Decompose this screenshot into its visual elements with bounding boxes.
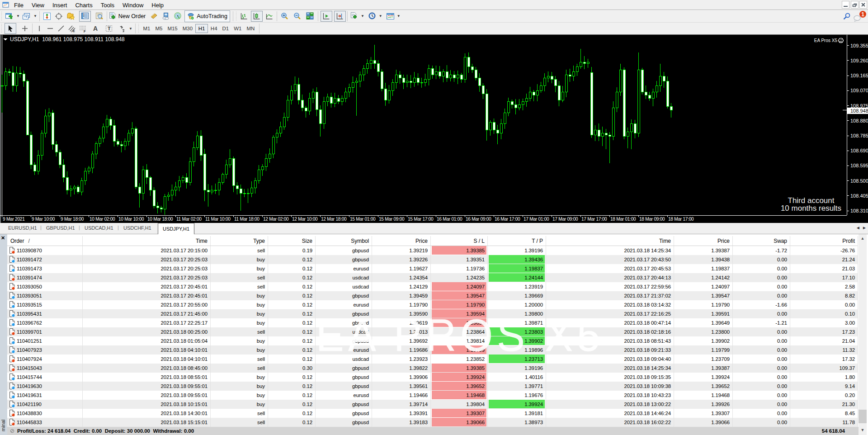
svg-text:109.070: 109.070 [850, 88, 868, 93]
svg-text:15 Mar 01:00: 15 Mar 01:00 [350, 217, 376, 222]
svg-text:12 Mar 18:00: 12 Mar 18:00 [321, 217, 347, 222]
svg-text:9 Mar 10:00: 9 Mar 10:00 [32, 217, 55, 222]
svg-text:17 Mar 09:00: 17 Mar 09:00 [552, 217, 578, 222]
svg-text:F: F [84, 30, 86, 33]
svg-text:EA Pros X5: EA Pros X5 [814, 38, 838, 43]
svg-text:16 Mar 01:00: 16 Mar 01:00 [437, 217, 462, 222]
svg-text:18 Mar 09:00: 18 Mar 09:00 [639, 217, 665, 222]
svg-text:108.948: 108.948 [850, 108, 868, 113]
svg-text:108.690: 108.690 [850, 148, 868, 153]
svg-text:11 Mar 10:00: 11 Mar 10:00 [205, 217, 231, 222]
svg-text:17 Mar 17:00: 17 Mar 17:00 [581, 217, 607, 222]
svg-text:18 Mar 17:00: 18 Mar 17:00 [668, 217, 694, 222]
svg-text:9 Mar 2021: 9 Mar 2021 [3, 217, 25, 222]
svg-text:11 Mar 18:00: 11 Mar 18:00 [234, 217, 259, 222]
svg-text:17 Mar 01:00: 17 Mar 01:00 [524, 217, 549, 222]
svg-text:12 Mar 02:00: 12 Mar 02:00 [263, 217, 289, 222]
svg-text:108.880: 108.880 [850, 118, 868, 123]
svg-text:108.500: 108.500 [850, 178, 868, 184]
svg-text:10 Mar 10:00: 10 Mar 10:00 [118, 217, 144, 222]
svg-text:18 Mar 01:00: 18 Mar 01:00 [610, 217, 636, 222]
svg-text:108.785: 108.785 [850, 133, 868, 138]
svg-text:10 Mar 02:00: 10 Mar 02:00 [90, 217, 115, 222]
svg-text:1: 1 [861, 11, 864, 18]
svg-text:12 Mar 10:00: 12 Mar 10:00 [292, 217, 318, 222]
svg-text:11 Mar 02:00: 11 Mar 02:00 [176, 217, 202, 222]
svg-text:108.310: 108.310 [850, 208, 868, 213]
svg-text:15 Mar 09:00: 15 Mar 09:00 [379, 217, 405, 222]
svg-text:9 Mar 18:00: 9 Mar 18:00 [61, 217, 84, 222]
svg-text:15 Mar 17:00: 15 Mar 17:00 [408, 217, 434, 222]
svg-text:USDJPY,H1 108.961 108.975 108: USDJPY,H1 108.961 108.975 108.911 108.94… [10, 36, 125, 43]
svg-text:109.355: 109.355 [850, 43, 868, 48]
svg-text:EA PROS X5: EA PROS X5 [316, 310, 604, 360]
svg-text:16 Mar 09:00: 16 Mar 09:00 [466, 217, 491, 222]
svg-text:E: E [73, 29, 75, 33]
svg-text:10 months results: 10 months results [781, 204, 841, 213]
svg-text:10 Mar 18:00: 10 Mar 18:00 [147, 217, 173, 222]
svg-text:T: T [108, 26, 111, 31]
svg-text:108.405: 108.405 [850, 193, 868, 199]
svg-text:16 Mar 17:00: 16 Mar 17:00 [495, 217, 520, 222]
svg-text:109.165: 109.165 [850, 73, 868, 78]
svg-text:109.260: 109.260 [850, 58, 868, 63]
svg-text:108.595: 108.595 [850, 163, 868, 168]
svg-text:108.975: 108.975 [850, 103, 868, 109]
